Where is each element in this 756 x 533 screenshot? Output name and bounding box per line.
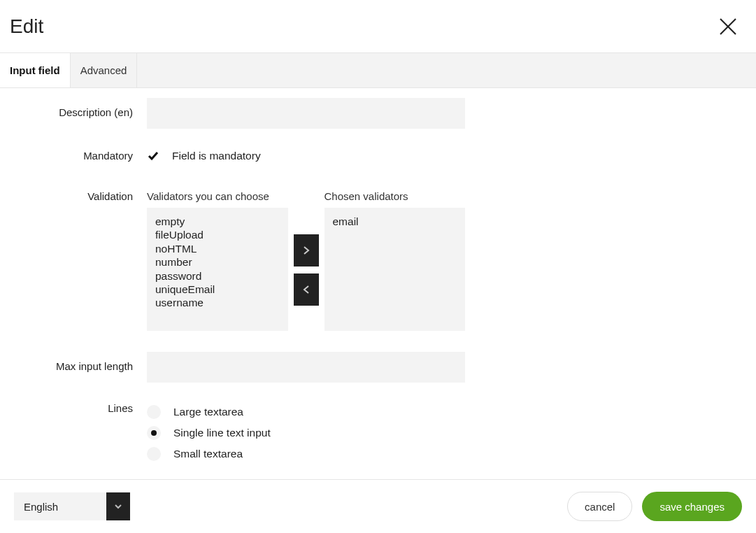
mandatory-checkbox[interactable]	[147, 150, 159, 162]
validator-option[interactable]: uniqueEmail	[155, 283, 280, 296]
tab-input-field[interactable]: Input field	[0, 53, 71, 87]
chosen-validators-list[interactable]: email	[324, 208, 466, 331]
close-icon	[719, 17, 737, 36]
validator-option[interactable]: noHTML	[155, 242, 280, 255]
radio-icon	[147, 405, 161, 419]
label-mandatory: Mandatory	[0, 147, 147, 162]
description-input[interactable]	[147, 98, 465, 129]
tab-label: Input field	[10, 64, 60, 76]
label-max-length: Max input length	[0, 352, 147, 383]
radio-label: Large textarea	[173, 406, 243, 418]
form-scroll-area[interactable]: Description (en) Mandatory Field is mand…	[0, 88, 756, 479]
button-label: cancel	[585, 501, 615, 513]
radio-icon	[147, 426, 161, 440]
label-lines: Lines	[0, 401, 147, 461]
language-select-caret[interactable]	[106, 492, 130, 520]
validator-option[interactable]: password	[155, 269, 280, 283]
available-validators-title: Validators you can choose	[147, 190, 288, 202]
tab-label: Advanced	[80, 64, 127, 76]
row-max-length: Max input length	[0, 352, 756, 383]
tab-bar: Input field Advanced	[0, 53, 756, 88]
validator-option[interactable]: fileUpload	[155, 228, 280, 241]
validator-option[interactable]: number	[155, 255, 280, 269]
tab-advanced[interactable]: Advanced	[71, 53, 138, 87]
remove-validator-button[interactable]	[294, 273, 319, 306]
chevron-left-icon	[303, 285, 310, 294]
row-validation: Validation Validators you can choose emp…	[0, 190, 756, 331]
language-select-label: English	[14, 492, 106, 520]
label-description: Description (en)	[0, 98, 147, 129]
validator-option[interactable]: username	[155, 296, 280, 309]
lines-option-single-line[interactable]: Single line text input	[147, 426, 465, 440]
label-validation: Validation	[0, 190, 147, 331]
row-description: Description (en)	[0, 98, 756, 129]
radio-icon	[147, 447, 161, 461]
language-select[interactable]: English	[14, 492, 130, 520]
chevron-right-icon	[303, 246, 310, 255]
chosen-validators-title: Chosen validators	[324, 190, 466, 202]
chevron-down-icon	[115, 504, 122, 509]
radio-label: Small textarea	[173, 448, 243, 460]
add-validator-button[interactable]	[294, 234, 319, 266]
checkmark-icon	[148, 151, 159, 161]
dialog-title: Edit	[10, 15, 43, 38]
form: Description (en) Mandatory Field is mand…	[0, 88, 756, 479]
close-button[interactable]	[717, 15, 739, 38]
radio-label: Single line text input	[173, 427, 271, 439]
lines-option-small-textarea[interactable]: Small textarea	[147, 447, 465, 461]
available-validators-list[interactable]: empty fileUpload noHTML number password …	[147, 208, 288, 331]
dialog-footer: English cancel save changes	[0, 479, 756, 533]
lines-option-large-textarea[interactable]: Large textarea	[147, 405, 465, 419]
cancel-button[interactable]: cancel	[567, 492, 632, 521]
row-lines: Lines Large textarea Single line text in…	[0, 401, 756, 461]
mandatory-checkbox-label: Field is mandatory	[172, 150, 261, 162]
dialog-header: Edit	[0, 0, 756, 53]
save-button[interactable]: save changes	[642, 492, 742, 521]
row-mandatory: Mandatory Field is mandatory	[0, 147, 756, 162]
max-length-input[interactable]	[147, 352, 465, 383]
validator-option[interactable]: email	[333, 215, 457, 228]
button-label: save changes	[659, 501, 725, 513]
validator-option[interactable]: empty	[155, 215, 280, 228]
